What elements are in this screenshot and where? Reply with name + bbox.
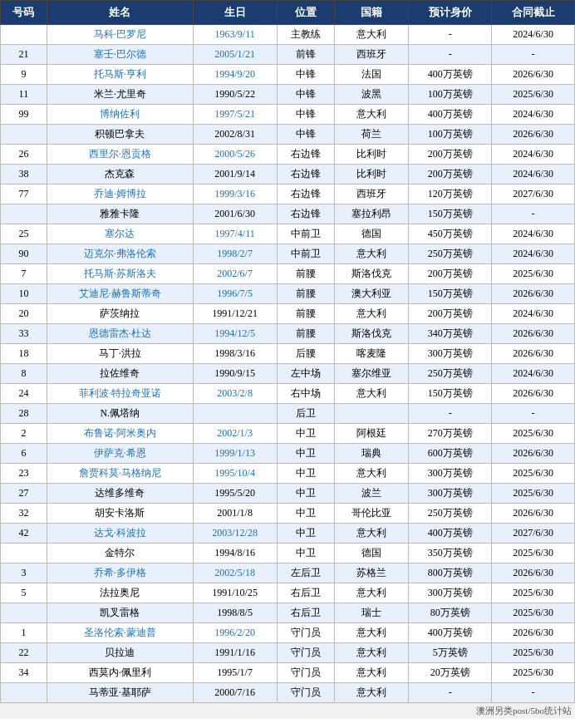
- cell-name: 马丁·洪拉: [47, 344, 193, 364]
- cell-nationality: 德国: [334, 224, 409, 244]
- cell-name[interactable]: 博纳佐利: [47, 105, 193, 125]
- cell-name[interactable]: 詹贾科莫·马格纳尼: [47, 464, 193, 484]
- cell-nationality: 意大利: [334, 623, 409, 643]
- watermark: 澳洲另类post/5bo统计站: [0, 703, 575, 719]
- cell-position: 右后卫: [277, 603, 334, 623]
- main-container: 号码 姓名 生日 位置 国籍 预计身价 合同截止 马科·巴罗尼1963/9/11…: [0, 0, 575, 719]
- cell-dob: 1998/2/7: [193, 244, 277, 264]
- cell-name[interactable]: 托马斯·苏斯洛夫: [47, 264, 193, 284]
- cell-position: 中前卫: [277, 244, 334, 264]
- table-row: 20萨茨纳拉1991/12/21前腰意大利200万英镑2024/6/30: [1, 304, 575, 324]
- cell-contract-end: 2027/6/30: [492, 184, 575, 204]
- cell-name: 米兰·尤里奇: [47, 85, 193, 105]
- cell-name[interactable]: 乔希·多伊格: [47, 563, 193, 583]
- cell-number: 7: [1, 264, 47, 284]
- cell-name[interactable]: 塞壬·巴尔德: [47, 45, 193, 65]
- cell-position: 中锋: [277, 65, 334, 85]
- cell-name[interactable]: 托马斯·亨利: [47, 65, 193, 85]
- cell-contract-end: -: [492, 45, 575, 65]
- cell-number: 9: [1, 65, 47, 85]
- cell-contract-end: 2025/6/30: [492, 583, 575, 603]
- cell-dob: 1998/8/5: [193, 603, 277, 623]
- cell-nationality: 瑞士: [334, 603, 409, 623]
- cell-name: 杰克森: [47, 165, 193, 184]
- table-row: 34西莫内·佩里利1995/1/7守门员意大利20万英镑2025/6/30: [1, 663, 575, 683]
- cell-name: N.佩塔纳: [47, 404, 193, 424]
- cell-dob: 1990/5/22: [193, 85, 277, 105]
- cell-position: 守门员: [277, 623, 334, 643]
- cell-name: 达维多维奇: [47, 484, 193, 504]
- cell-position: 前腰: [277, 324, 334, 344]
- cell-dob: 1996/7/5: [193, 284, 277, 304]
- cell-dob: 1998/3/16: [193, 344, 277, 364]
- cell-dob: 1997/4/11: [193, 224, 277, 244]
- table-row: 90迈克尔·弗洛伦索1998/2/7中前卫意大利250万英镑2024/6/30: [1, 244, 575, 264]
- table-row: 雅雅卡隆2001/6/30右边锋塞拉利昂150万英镑-: [1, 204, 575, 224]
- cell-value: 270万英镑: [409, 424, 492, 444]
- cell-value: 80万英镑: [409, 603, 492, 623]
- cell-nationality: 意大利: [334, 105, 409, 125]
- table-row: 8拉佐维奇1990/9/15左中场塞尔维亚250万英镑2024/6/30: [1, 364, 575, 384]
- cell-name[interactable]: 乔迪·姆博拉: [47, 184, 193, 204]
- cell-name[interactable]: 达戈·科波拉: [47, 524, 193, 544]
- cell-contract-end: 2024/6/30: [492, 364, 575, 384]
- cell-name[interactable]: 布鲁诺·阿米奥内: [47, 424, 193, 444]
- cell-name[interactable]: 伊萨克·希恩: [47, 444, 193, 464]
- cell-value: 150万英镑: [409, 204, 492, 224]
- cell-dob: 1994/9/20: [193, 65, 277, 85]
- cell-nationality: 意大利: [334, 244, 409, 264]
- cell-nationality: 西班牙: [334, 45, 409, 65]
- cell-position: 中卫: [277, 544, 334, 563]
- cell-name[interactable]: 迈克尔·弗洛伦索: [47, 244, 193, 264]
- cell-name[interactable]: 菲利波·特拉奇亚诺: [47, 384, 193, 404]
- cell-contract-end: 2025/6/30: [492, 663, 575, 683]
- cell-value: 300万英镑: [409, 344, 492, 364]
- cell-number: 42: [1, 524, 47, 544]
- cell-nationality: 苏格兰: [334, 563, 409, 583]
- cell-name: 积顿巴拿夫: [47, 125, 193, 145]
- table-row: 6伊萨克·希恩1999/1/13中卫瑞典600万英镑2026/6/30: [1, 444, 575, 464]
- cell-contract-end: 2025/6/30: [492, 424, 575, 444]
- cell-value: 200万英镑: [409, 264, 492, 284]
- cell-value: 200万英镑: [409, 165, 492, 184]
- cell-dob: 2001/6/30: [193, 204, 277, 224]
- cell-contract-end: 2027/6/30: [492, 524, 575, 544]
- cell-name: 金特尔: [47, 544, 193, 563]
- cell-dob: 1963/9/11: [193, 25, 277, 45]
- cell-name[interactable]: 西里尔·恩贡格: [47, 145, 193, 165]
- cell-dob: 2002/1/3: [193, 424, 277, 444]
- player-table: 号码 姓名 生日 位置 国籍 预计身价 合同截止 马科·巴罗尼1963/9/11…: [0, 0, 575, 703]
- cell-name[interactable]: 艾迪尼·赫鲁斯蒂奇: [47, 284, 193, 304]
- cell-nationality: 意大利: [334, 524, 409, 544]
- cell-name[interactable]: 恩德雷杰·杜达: [47, 324, 193, 344]
- cell-value: 300万英镑: [409, 464, 492, 484]
- cell-number: 23: [1, 464, 47, 484]
- col-position: 位置: [277, 1, 334, 25]
- table-row: 27达维多维奇1995/5/20中卫波兰300万英镑2025/6/30: [1, 484, 575, 504]
- cell-dob: 1991/12/21: [193, 304, 277, 324]
- cell-value: 5万英镑: [409, 643, 492, 663]
- cell-number: 1: [1, 623, 47, 643]
- table-header-row: 号码 姓名 生日 位置 国籍 预计身价 合同截止: [1, 1, 575, 25]
- cell-number: 3: [1, 563, 47, 583]
- cell-position: 后卫: [277, 404, 334, 424]
- cell-contract-end: 2025/6/30: [492, 264, 575, 284]
- cell-position: 左中场: [277, 364, 334, 384]
- cell-contract-end: 2026/6/30: [492, 504, 575, 524]
- cell-name[interactable]: 塞尔达: [47, 224, 193, 244]
- cell-position: 中锋: [277, 125, 334, 145]
- cell-name[interactable]: 圣洛伦索·蒙迪普: [47, 623, 193, 643]
- cell-name[interactable]: 马科·巴罗尼: [47, 25, 193, 45]
- cell-number: [1, 544, 47, 563]
- cell-nationality: [334, 404, 409, 424]
- cell-nationality: 比利时: [334, 145, 409, 165]
- col-name: 姓名: [47, 1, 193, 25]
- cell-contract-end: 2026/6/30: [492, 125, 575, 145]
- cell-nationality: 澳大利亚: [334, 284, 409, 304]
- cell-contract-end: 2026/6/30: [492, 444, 575, 464]
- cell-contract-end: 2025/6/30: [492, 603, 575, 623]
- cell-position: 中卫: [277, 444, 334, 464]
- cell-number: 27: [1, 484, 47, 504]
- cell-number: 8: [1, 364, 47, 384]
- cell-dob: 2003/2/8: [193, 384, 277, 404]
